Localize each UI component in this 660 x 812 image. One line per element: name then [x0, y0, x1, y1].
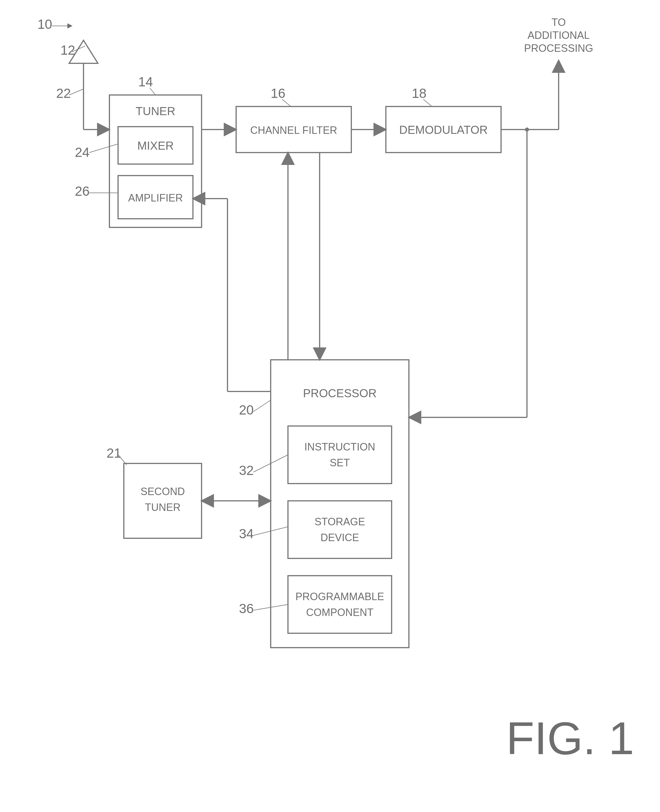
output-label-2: ADDITIONAL: [528, 29, 590, 41]
demodulator-label: DEMODULATOR: [399, 123, 487, 136]
programmable-component-block: [288, 576, 392, 633]
ref-26: 26: [75, 184, 90, 199]
svg-line-13: [69, 89, 83, 95]
second-tuner-label-1: SECOND: [141, 486, 185, 497]
instruction-set-block: [288, 426, 392, 484]
ref-10: 10: [37, 17, 52, 32]
ref-21: 21: [106, 446, 121, 461]
ref-34: 34: [239, 526, 254, 541]
programmable-component-label-1: PROGRAMMABLE: [295, 590, 384, 603]
svg-line-12: [423, 99, 432, 106]
ref-22: 22: [56, 86, 71, 101]
output-label-3: PROCESSING: [524, 42, 593, 54]
ref-18: 18: [412, 86, 427, 101]
ref-12: 12: [60, 43, 75, 58]
ref-24: 24: [75, 145, 90, 160]
svg-line-16: [254, 400, 271, 412]
ref-16: 16: [271, 86, 286, 101]
instruction-set-label-1: INSTRUCTION: [305, 441, 375, 453]
storage-device-label-2: DEVICE: [320, 532, 359, 543]
instruction-set-label-2: SET: [330, 457, 350, 469]
programmable-component-label-2: COMPONENT: [306, 606, 373, 618]
processor-label: PROCESSOR: [303, 387, 377, 399]
storage-device-block: [288, 501, 392, 559]
svg-line-11: [282, 99, 291, 106]
channel-filter-label: CHANNEL FILTER: [250, 124, 337, 136]
storage-device-label-1: STORAGE: [314, 516, 365, 528]
svg-line-14: [89, 144, 118, 152]
second-tuner-label-2: TUNER: [145, 502, 181, 513]
amplifier-label: AMPLIFIER: [128, 192, 183, 204]
processor-container: [271, 360, 409, 647]
tuner-label: TUNER: [136, 105, 175, 117]
ref-20: 20: [239, 402, 254, 417]
ref-36: 36: [239, 601, 254, 616]
second-tuner-block: [124, 464, 201, 538]
figure-label: FIG. 1: [506, 712, 635, 764]
ref-14: 14: [138, 74, 153, 89]
ref-32: 32: [239, 463, 254, 478]
block-diagram-figure: TUNER MIXER AMPLIFIER CHANNEL FILTER DEM…: [0, 0, 660, 812]
mixer-label: MIXER: [137, 139, 174, 152]
output-label-1: TO: [551, 16, 566, 28]
